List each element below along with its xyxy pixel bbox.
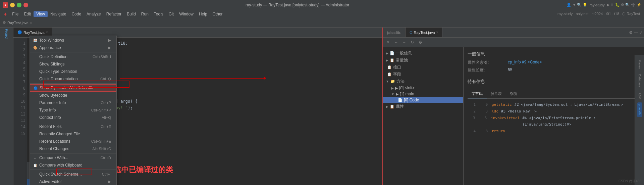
bc-tab-bytecode[interactable]: 字节码 (468, 90, 487, 98)
tree-general-info[interactable]: ▶ 📄 一般信息 (383, 50, 463, 57)
jclasslib-close-btn[interactable]: × (384, 39, 392, 46)
tab-close-button[interactable]: × (46, 31, 48, 34)
rsidebar-jclasslib[interactable]: jclasslib (637, 102, 642, 117)
menu-item-show-bytecode[interactable]: Show Bytecode (30, 92, 116, 99)
menu-section-3: 🔵 Show Bytecode With Jclasslib Show Byte… (30, 84, 116, 122)
menu-item-show-bytecode-jclasslib[interactable]: 🔵 Show Bytecode With Jclasslib (30, 84, 116, 92)
jclasslib-settings-btn[interactable]: ⚙ (417, 39, 424, 46)
active-editor-arrow: ▶ (108, 179, 111, 184)
menu-item-appearance[interactable]: 🎨 Appearance ▶ (30, 44, 116, 51)
menu-item-quick-switch[interactable]: Quick Switch Scheme... Ctrl+` (30, 171, 116, 178)
menu-analyze[interactable]: Analyze (84, 11, 104, 17)
jclasslib-expand-icon[interactable]: ⤢ (639, 30, 643, 35)
detail-attr-length: 属性长度: 55 (468, 67, 640, 73)
jclasslib-tree: ▶ 📄 一般信息 ▶ 📋 常量池 📋 接口 📋 字段 (383, 47, 464, 185)
tree-methods[interactable]: ▼ 📁 方法 (383, 78, 463, 85)
tree-code-attr[interactable]: 📄 [0] Code (383, 97, 463, 103)
path-raytestjava[interactable]: RayTest.java (7, 21, 29, 25)
line-numbers: 1234 5678 9101112 131415 (13, 38, 27, 185)
tree-arrow-attributes: ▶ (386, 105, 388, 108)
rsidebar-maven[interactable]: Maven (637, 58, 642, 71)
menu-edit[interactable]: Edit (21, 11, 34, 17)
tree-arrow-init: ▶ (391, 86, 394, 90)
menu-item-quick-definition[interactable]: Quick Definition Ctrl+Shift+I (30, 53, 116, 60)
menu-item-quick-documentation[interactable]: Quick Documentation Ctrl+Q (30, 75, 116, 83)
menu-item-compare-clipboard[interactable]: 📋 Compare with Clipboard (30, 161, 116, 169)
jclasslib-label: jclasslib: (387, 31, 401, 35)
jclasslib-back-btn[interactable]: ← (392, 39, 400, 46)
menu-item-recent-changes[interactable]: Recent Changes Alt+Shift+C (30, 145, 116, 152)
menu-item-tool-windows[interactable]: 🪟 Tool Windows ▶ (30, 37, 116, 44)
close-button[interactable] (23, 3, 28, 7)
menu-item-show-siblings[interactable]: Show Siblings (30, 60, 116, 68)
menu-run[interactable]: Run (139, 11, 151, 17)
jclasslib-tab-close[interactable]: × (436, 31, 438, 34)
general-info-title: 一般信息 (468, 51, 640, 57)
title-left: ♦ (3, 2, 28, 8)
arrow-icon: ▶ (108, 38, 111, 43)
menu-item-parameter-info[interactable]: Parameter Info Ctrl+P (30, 99, 116, 106)
tree-arrow-main: ▼ (391, 92, 394, 96)
menu-window[interactable]: Window (176, 11, 196, 17)
tree-fields[interactable]: 📋 字段 (383, 71, 463, 78)
menu-logo[interactable]: ♦ (1, 10, 9, 18)
bytecode-table: 1 0 getstatic #2 <java/lang/System.out :… (468, 101, 640, 135)
jclasslib-content: ▶ 📄 一般信息 ▶ 📋 常量池 📋 接口 📋 字段 (383, 47, 644, 185)
tree-method-init[interactable]: ▶ ▶ [0] <init> (383, 85, 463, 91)
menu-code[interactable]: Code (69, 11, 84, 17)
jclasslib-panel: jclasslib: ⬡ RayTest.java × ⚙ — ⤢ × ← → … (382, 28, 644, 185)
tree-method-main[interactable]: ▼ ▶ [1] main (383, 91, 463, 97)
jclasslib-toolbar: × ← → ↻ ⚙ (383, 38, 644, 47)
rsidebar-database[interactable]: Database (637, 72, 642, 89)
jclasslib-tab-raytest[interactable]: ⬡ RayTest.java × (406, 28, 443, 37)
window-title: ray-study — RayTest.java [onlytest-study… (28, 3, 567, 7)
bc-tab-misc[interactable]: 杂项 (506, 90, 521, 98)
tree-constant-pool[interactable]: ▶ 📋 常量池 (383, 57, 463, 64)
menu-item-type-info[interactable]: Type Info Ctrl+Shift+P (30, 106, 116, 114)
jclasslib-panel-controls: ⚙ — ⤢ (628, 30, 644, 35)
jclasslib-tabs: jclasslib: ⬡ RayTest.java × ⚙ — ⤢ (383, 28, 644, 38)
minimize-button[interactable] (10, 3, 15, 7)
menu-git[interactable]: Git (166, 11, 176, 17)
attr-name-link[interactable]: cp_info #9 <Code> (508, 60, 542, 65)
jclasslib-tab-label: RayTest.java (414, 31, 435, 35)
menu-view[interactable]: View (34, 11, 48, 17)
menu-item-active-editor[interactable]: Active Editor ▶ (30, 178, 116, 185)
jclasslib-forward-btn[interactable]: → (400, 39, 408, 46)
red-arrow-indicator (120, 78, 264, 79)
jclasslib-detail: 一般信息 属性名索引: cp_info #9 <Code> 属性长度: 55 特… (464, 47, 644, 185)
tree-interfaces[interactable]: 📋 接口 (383, 64, 463, 71)
menu-other[interactable]: Other (210, 11, 225, 17)
bc-tab-exceptions[interactable]: 异常表 (487, 90, 506, 98)
menu-build[interactable]: Build (124, 11, 139, 17)
menu-item-compare-with[interactable]: ↔ Compare With... Ctrl+D (30, 154, 116, 161)
title-right: 👤 ▼ 🔍 💡 ray-study ▶ ⏸ 🐛 ⚙ 🔍 ➕ ⚡ (567, 3, 641, 7)
menu-item-recently-changed[interactable]: Recently Changed File (30, 130, 116, 138)
special-info-section: 特有信息 (468, 79, 640, 85)
general-info-section: 一般信息 属性名索引: cp_info #9 <Code> 属性长度: 55 (468, 51, 640, 73)
rsidebar-asm[interactable]: ASM (637, 91, 642, 101)
menu-item-recent-files[interactable]: Recent Files Ctrl+E (30, 123, 116, 130)
menu-item-quick-type-definition[interactable]: Quick Type Definition (30, 68, 116, 75)
menu-refactor[interactable]: Refactor (104, 11, 124, 17)
bc-row-1: 1 0 getstatic #2 <java/lang/System.out :… (468, 101, 640, 108)
menu-section-5: ↔ Compare With... Ctrl+D 📋 Compare with … (30, 153, 116, 170)
title-bar: ♦ ray-study — RayTest.java [onlytest-stu… (0, 0, 644, 10)
maximize-button[interactable] (17, 3, 21, 7)
jclasslib-settings-icon[interactable]: ⚙ (629, 30, 633, 35)
jclasslib-icon: 🔵 (33, 85, 38, 91)
menu-section-2: Quick Definition Ctrl+Shift+I Show Sibli… (30, 52, 116, 84)
tree-arrow-methods: ▼ (386, 80, 389, 83)
menu-item-context-info[interactable]: Context Info Alt+Q (30, 114, 116, 121)
jclasslib-minimize-icon[interactable]: — (634, 30, 638, 35)
right-sidebar: Maven Database ASM jclasslib (635, 55, 644, 185)
tab-label: RayTest.java (23, 31, 45, 35)
jclasslib-refresh-btn[interactable]: ↻ (409, 39, 416, 46)
sidebar-project[interactable]: Project (1, 29, 12, 40)
tree-attributes[interactable]: ▶ 📋 属性 (383, 103, 463, 110)
menu-tools[interactable]: Tools (151, 11, 166, 17)
menu-file[interactable]: File (9, 11, 21, 17)
menu-help[interactable]: Help (196, 11, 210, 17)
menu-navigate[interactable]: Navigate (48, 11, 69, 17)
menu-item-recent-locations[interactable]: Recent Locations Ctrl+Shift+E (30, 138, 116, 145)
